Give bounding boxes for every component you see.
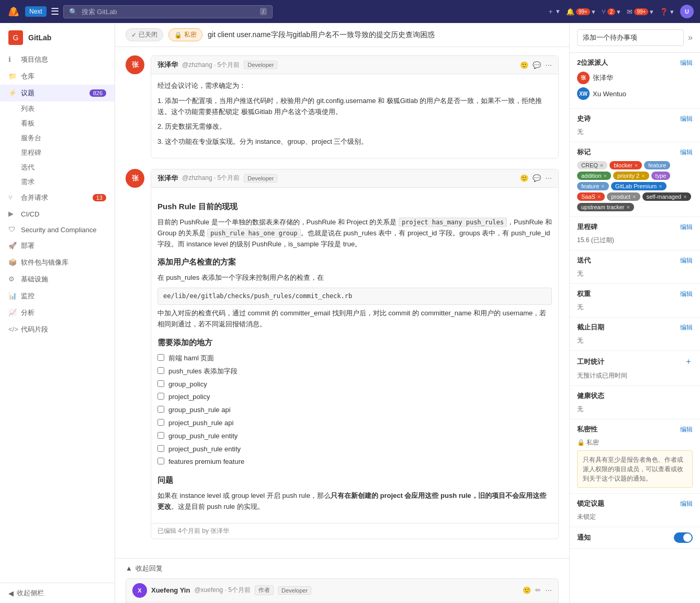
merge-request-icon-btn[interactable]: ⑂ 2 ▾ bbox=[602, 8, 621, 16]
sidebar-item-issues-milestone[interactable]: 里程碑 bbox=[0, 145, 115, 160]
edit-labels-link[interactable]: 编辑 bbox=[680, 148, 693, 157]
sidebar-item-issues-service[interactable]: 服务台 bbox=[0, 131, 115, 145]
expand-icon[interactable]: » bbox=[688, 33, 693, 42]
more-icon[interactable]: ⋯ bbox=[545, 174, 552, 182]
remove-label-btn[interactable]: × bbox=[683, 194, 686, 200]
sidebar-item-cicd[interactable]: ▶ CI/CD bbox=[0, 206, 115, 222]
comment-icon[interactable]: 💬 bbox=[533, 174, 541, 182]
more-icon[interactable]: ⋯ bbox=[545, 61, 552, 69]
sidebar-item-analytics[interactable]: 📈 分析 bbox=[0, 304, 115, 321]
label-tag: CREQ × bbox=[577, 161, 607, 169]
remove-label-btn[interactable]: × bbox=[600, 162, 603, 168]
sidebar-item-issues-req[interactable]: 需求 bbox=[0, 175, 115, 189]
edit-assignees-link[interactable]: 编辑 bbox=[680, 59, 693, 67]
checklist: 前端 haml 页面 push_rules 表添加字段 group_policy… bbox=[157, 353, 552, 468]
remove-label-btn[interactable]: × bbox=[601, 183, 604, 189]
label-tag: feature bbox=[644, 161, 670, 169]
content-area: ✓ 已关闭 🔒 私密 git client user.name字段与gitlab… bbox=[115, 23, 700, 603]
checkbox[interactable] bbox=[157, 445, 164, 452]
remove-label-btn[interactable]: × bbox=[627, 204, 630, 210]
label-tag: feature × bbox=[577, 182, 609, 190]
weight-value: 无 bbox=[577, 303, 583, 311]
sidebar-item-repo[interactable]: 📁 仓库 bbox=[0, 68, 115, 85]
label-tag: SaaS × bbox=[577, 192, 605, 201]
sidebar-item-issues-iter[interactable]: 选代 bbox=[0, 160, 115, 175]
checkbox[interactable] bbox=[157, 432, 164, 439]
topbar-right: ＋ ▾ 🔔99+ ▾ ⑂ 2 ▾ ✉ 99+ ▾ ❓ ▾ U bbox=[547, 5, 694, 18]
notification-toggle[interactable] bbox=[674, 532, 693, 543]
assignee-name: Xu Wentuo bbox=[593, 90, 626, 98]
code-inline: project has_many push_rules bbox=[399, 218, 507, 227]
hamburger-icon[interactable]: ☰ bbox=[51, 6, 59, 17]
todo-icon-btn[interactable]: ✉ 99+ ▾ bbox=[627, 8, 653, 16]
labels-container: CREQ × blocker × feature addition × prio… bbox=[577, 161, 693, 211]
add-todo-button[interactable]: 添加一个待办事项 bbox=[577, 29, 684, 46]
checkbox[interactable] bbox=[157, 458, 164, 464]
edit-weight-link[interactable]: 编辑 bbox=[680, 290, 693, 299]
edit-icon[interactable]: ✏ bbox=[535, 586, 541, 594]
edit-milestone-link[interactable]: 编辑 bbox=[680, 223, 693, 232]
emoji-icon[interactable]: 🙂 bbox=[523, 586, 531, 594]
edit-iteration-link[interactable]: 编辑 bbox=[680, 256, 693, 265]
sidebar-nav: ℹ 项目信息 📁 仓库 ⚡ 议题 826 列表 看板 服务台 里程碑 选代 需求… bbox=[0, 49, 115, 583]
sidebar-item-project-info[interactable]: ℹ 项目信息 bbox=[0, 51, 115, 68]
remove-label-btn[interactable]: × bbox=[641, 173, 645, 179]
sidebar-item-monitor[interactable]: 📊 监控 bbox=[0, 288, 115, 304]
add-time-button[interactable]: ＋ bbox=[684, 356, 693, 367]
notification-icon-btn[interactable]: 🔔99+ ▾ bbox=[566, 8, 595, 16]
security-icon: 🛡 bbox=[8, 225, 17, 234]
lock-value: 未锁定 bbox=[577, 513, 596, 520]
sidebar-item-merge-requests[interactable]: ⑂ 合并请求 13 bbox=[0, 189, 115, 206]
remove-label-btn[interactable]: × bbox=[597, 194, 601, 200]
label-tag: self-managed × bbox=[642, 192, 691, 201]
checkbox[interactable] bbox=[157, 354, 164, 361]
user-avatar[interactable]: U bbox=[680, 5, 694, 18]
help-icon-btn[interactable]: ❓ ▾ bbox=[660, 8, 674, 16]
comment-icon[interactable]: 💬 bbox=[533, 61, 541, 69]
privacy-value: 🔒 私密 bbox=[577, 438, 693, 447]
list-item: group_push_rule api bbox=[157, 405, 552, 416]
health-section: 健康状态 无 bbox=[570, 386, 700, 419]
checkbox[interactable] bbox=[157, 419, 164, 426]
sidebar-collapse-btn[interactable]: ◀ 收起侧栏 bbox=[0, 583, 115, 603]
checkbox[interactable] bbox=[157, 406, 164, 413]
sidebar-item-deploy[interactable]: 🚀 部署 bbox=[0, 237, 115, 254]
remove-label-btn[interactable]: × bbox=[659, 183, 662, 189]
remove-label-btn[interactable]: × bbox=[633, 194, 636, 200]
search-input[interactable] bbox=[82, 8, 256, 16]
sidebar-item-packages[interactable]: 📦 软件包与镜像库 bbox=[0, 254, 115, 271]
comment-header: 张泽华 @zhzhang · 5个月前 Developer 🙂 💬 ⋯ bbox=[151, 169, 558, 188]
next-button[interactable]: Next bbox=[25, 6, 47, 17]
sidebar-item-security[interactable]: 🛡 Security and Compliance bbox=[0, 222, 115, 237]
section-title: 锁定议题 bbox=[577, 499, 604, 508]
collapse-reply-button[interactable]: ▲ 收起回复 bbox=[126, 564, 163, 573]
checkbox[interactable] bbox=[157, 380, 164, 387]
plus-icon-btn[interactable]: ＋ ▾ bbox=[547, 7, 560, 16]
comment-time: @zhzhang · 5个月前 bbox=[182, 61, 240, 70]
comment-actions: 🙂 💬 ⋯ bbox=[520, 61, 552, 69]
issue-header-bar: ✓ 已关闭 🔒 私密 git client user.name字段与gitlab… bbox=[115, 23, 569, 47]
label-tag: blocker × bbox=[609, 161, 642, 169]
sidebar-item-snippets[interactable]: </> 代码片段 bbox=[0, 321, 115, 338]
checkbox[interactable] bbox=[157, 393, 164, 400]
sidebar-item-issues[interactable]: ⚡ 议题 826 bbox=[0, 85, 115, 101]
sidebar-item-issues-list[interactable]: 列表 bbox=[0, 101, 115, 116]
timespent-value: 无预计或已用时间 bbox=[577, 372, 627, 379]
list-item: features premium feature bbox=[157, 457, 552, 468]
timespent-section: 工时统计 ＋ 无预计或已用时间 bbox=[570, 351, 700, 386]
emoji-icon[interactable]: 🙂 bbox=[520, 174, 528, 182]
remove-label-btn[interactable]: × bbox=[635, 162, 638, 168]
search-bar[interactable]: 🔍 / bbox=[63, 5, 273, 18]
sidebar-item-infra[interactable]: ⚙ 基础设施 bbox=[0, 271, 115, 288]
sidebar-item-issues-board[interactable]: 看板 bbox=[0, 116, 115, 131]
more-icon[interactable]: ⋯ bbox=[545, 586, 552, 594]
edit-epic-link[interactable]: 编辑 bbox=[680, 115, 693, 123]
emoji-icon[interactable]: 🙂 bbox=[520, 61, 528, 69]
checkbox[interactable] bbox=[157, 367, 164, 374]
sidebar-item-label: 分析 bbox=[21, 308, 35, 317]
list-item: project_policy bbox=[157, 392, 552, 403]
edit-lock-link[interactable]: 编辑 bbox=[680, 499, 693, 508]
edit-privacy-link[interactable]: 编辑 bbox=[680, 425, 693, 434]
edit-duedate-link[interactable]: 编辑 bbox=[680, 323, 693, 332]
remove-label-btn[interactable]: × bbox=[604, 173, 607, 179]
